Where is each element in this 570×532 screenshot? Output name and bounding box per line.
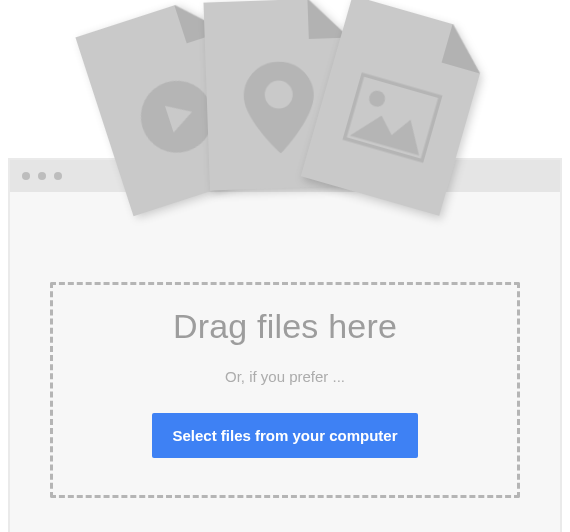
dropzone-subtext: Or, if you prefer ... — [225, 368, 345, 385]
svg-rect-3 — [344, 74, 442, 162]
dropzone-heading: Drag files here — [173, 307, 397, 346]
svg-point-4 — [367, 89, 387, 109]
window-dot-icon — [54, 172, 62, 180]
svg-marker-1 — [165, 99, 196, 133]
svg-point-2 — [264, 81, 293, 110]
select-files-button[interactable]: Select files from your computer — [152, 413, 417, 458]
window-dot-icon — [38, 172, 46, 180]
svg-point-0 — [132, 72, 223, 163]
window-dot-icon — [22, 172, 30, 180]
file-dropzone[interactable]: Drag files here Or, if you prefer ... Se… — [50, 282, 520, 498]
play-icon — [129, 69, 225, 165]
location-pin-icon — [243, 61, 316, 155]
window-titlebar — [10, 160, 560, 192]
svg-marker-5 — [350, 105, 428, 156]
upload-illustration: Drag files here Or, if you prefer ... Se… — [0, 0, 570, 532]
image-icon — [342, 73, 442, 163]
